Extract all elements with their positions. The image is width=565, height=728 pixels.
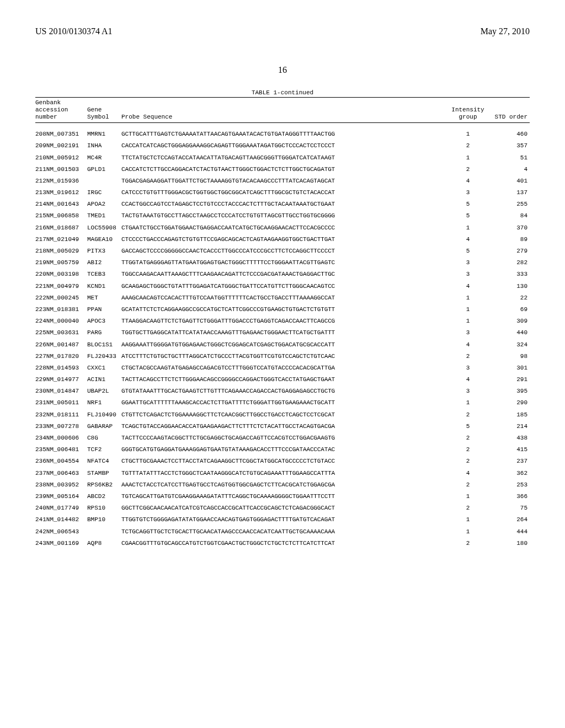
col-header-accession: Genbank — [35, 99, 87, 106]
cell-probe-sequence: GGGTGCATGTGAGGATGAAAGGAGTGAATGTATAAAGACA… — [121, 446, 448, 453]
cell-gene-symbol: PPAN — [87, 306, 121, 313]
cell-accession: 223NM_018381 — [35, 306, 87, 313]
table-row: 215NM_006858TMED1TACTGTAAATGTGCCTTAGCCTA… — [35, 210, 530, 222]
table-row: 243NM_001169AQP8CGAACGGTTTGTGCAGCCATGTCT… — [35, 537, 530, 549]
cell-accession: 216NM_018687 — [35, 224, 87, 231]
col-header-intensity: group — [448, 114, 488, 121]
cell-std-order: 255 — [488, 201, 530, 207]
cell-gene-symbol: BLOC1S1 — [87, 341, 121, 348]
cell-gene-symbol: TCEB3 — [87, 271, 121, 277]
cell-std-order: 75 — [488, 505, 530, 511]
cell-intensity-group: 5 — [448, 248, 488, 254]
cell-accession: 232NM_018111 — [35, 411, 87, 418]
cell-accession: 230NM_014847 — [35, 388, 87, 394]
cell-probe-sequence: TACTGTAAATGTGCCTTAGCCTAAGCCTCCCATCCTGTGT… — [121, 212, 448, 219]
cell-accession: 234NM_000606 — [35, 435, 87, 441]
cell-probe-sequence: AAAGCAACAGTCCACACTTTGTCCAATGGTTTTTTCACTG… — [121, 295, 448, 301]
cell-std-order: 4 — [488, 166, 530, 173]
cell-std-order: 357 — [488, 142, 530, 149]
table-row: 237NM_006463STAMBPTGTTTATATTTACCTCTGGGCT… — [35, 467, 530, 479]
cell-accession: 210NM_005912 — [35, 154, 87, 161]
cell-std-order: 395 — [488, 388, 530, 394]
col-header-gene: Gene — [87, 106, 121, 114]
cell-std-order: 137 — [488, 189, 530, 196]
cell-gene-symbol: MET — [87, 295, 121, 301]
col-header-gene: Symbol — [87, 114, 121, 121]
cell-intensity-group: 1 — [448, 528, 488, 535]
cell-std-order: 282 — [488, 259, 530, 266]
cell-probe-sequence: TTGGTATGAGGGAGTTATGAATGGAGTGACTGGGCTTTTT… — [121, 259, 448, 266]
cell-probe-sequence: GGAATTGCATTTTTTAAAGCACCACTCTTGATTTTCTGGG… — [121, 399, 448, 406]
cell-gene-symbol: BMP10 — [87, 516, 121, 523]
cell-std-order: 324 — [488, 341, 530, 348]
cell-intensity-group: 1 — [448, 224, 488, 231]
cell-gene-symbol — [87, 528, 121, 535]
page-number: 16 — [0, 65, 565, 75]
cell-probe-sequence: TTCTATGCTCTCCAGTACCATAACATTATGACAGTTAAGC… — [121, 154, 448, 161]
cell-intensity-group: 3 — [448, 189, 488, 196]
cell-gene-symbol: INHA — [87, 142, 121, 149]
cell-gene-symbol: MC4R — [87, 154, 121, 161]
cell-std-order: 84 — [488, 212, 530, 219]
cell-intensity-group: 4 — [448, 236, 488, 243]
cell-std-order: 438 — [488, 435, 530, 441]
cell-accession: 221NM_004979 — [35, 283, 87, 290]
cell-probe-sequence: TCTGCAGGTTGCTCTGCACTTGCAACATAAGCCCAACCAC… — [121, 528, 448, 535]
cell-gene-symbol: APOA2 — [87, 201, 121, 207]
table-row: 234NM_000606C8GTACTTCCCCAAGTACGGCTTCTGCG… — [35, 432, 530, 443]
table-row: 238NM_003952RPS6KB2AAACTCTACCTCATCCTTGAG… — [35, 479, 530, 490]
cell-accession: 231NM_005011 — [35, 399, 87, 406]
cell-std-order: 444 — [488, 528, 530, 535]
table-row: 210NM_005912MC4RTTCTATGCTCTCCAGTACCATAAC… — [35, 152, 530, 163]
publication-date: May 27, 2010 — [481, 26, 530, 36]
cell-std-order: 185 — [488, 411, 530, 418]
cell-intensity-group: 2 — [448, 142, 488, 149]
cell-gene-symbol: TMED1 — [87, 212, 121, 219]
cell-gene-symbol: PITX3 — [87, 248, 121, 254]
cell-gene-symbol: GABARAP — [87, 423, 121, 430]
cell-accession: 218NM_005029 — [35, 248, 87, 254]
publication-number: US 2010/0130374 A1 — [35, 26, 113, 36]
cell-gene-symbol: AQP8 — [87, 540, 121, 547]
cell-accession: 226NM_001487 — [35, 341, 87, 348]
cell-accession: 224NM_000040 — [35, 318, 87, 324]
table-row: 216NM_018687LOC55908CTGAATCTGCCTGGATGGAA… — [35, 222, 530, 233]
cell-intensity-group: 2 — [448, 411, 488, 418]
table-row: 231NM_005011NRF1GGAATTGCATTTTTTAAAGCACCA… — [35, 397, 530, 409]
table-body: 208NM_007351MMRN1GCTTGCATTTGAGTCTGAAAATA… — [35, 129, 530, 549]
cell-probe-sequence: TGGACGAGAAGGATTGGATTCTGCTAAAAGGTGTACACAA… — [121, 178, 448, 184]
table-row: 233NM_007278GABARAPTCAGCTGTACCAGGAACACCA… — [35, 420, 530, 432]
table-row: 242NM_006543TCTGCAGGTTGCTCTGCACTTGCAACAT… — [35, 526, 530, 537]
cell-std-order: 301 — [488, 365, 530, 371]
table-row: 241NM_014482BMP10TTGGTGTCTGGGGAGATATATGG… — [35, 514, 530, 526]
cell-gene-symbol: GPLD1 — [87, 166, 121, 173]
cell-accession: 240NM_017749 — [35, 505, 87, 511]
cell-probe-sequence: AAGGAAATTGGGGATGTGGAGAACTGGGCTCGGAGCATCG… — [121, 341, 448, 348]
cell-accession: 241NM_014482 — [35, 516, 87, 523]
cell-gene-symbol: RPS6KB2 — [87, 481, 121, 488]
cell-std-order: 98 — [488, 353, 530, 360]
table-row: 223NM_018381PPANGCATATTCTCTCAGGAAGGCCGCC… — [35, 303, 530, 315]
cell-std-order: 279 — [488, 248, 530, 254]
cell-gene-symbol: MMRN1 — [87, 131, 121, 137]
cell-intensity-group: 1 — [448, 295, 488, 301]
cell-intensity-group: 2 — [448, 481, 488, 488]
table-row: 236NM_004554NFATC4CTGCTTGCGAAACTCCTTACCT… — [35, 456, 530, 467]
cell-intensity-group: 2 — [448, 435, 488, 441]
cell-accession: 233NM_007278 — [35, 423, 87, 430]
cell-intensity-group: 5 — [448, 423, 488, 430]
cell-probe-sequence: TGTTTATATTTACCTCTGGGCTCAATAAGGGCATCTGTGC… — [121, 470, 448, 477]
cell-std-order: 51 — [488, 154, 530, 161]
cell-probe-sequence: GACCAGCTCCCCGGGGGCCAACTCACCCTTGGCCCATCCC… — [121, 248, 448, 254]
cell-std-order: 180 — [488, 540, 530, 547]
cell-std-order: 253 — [488, 481, 530, 488]
cell-gene-symbol: ABCD2 — [87, 493, 121, 500]
cell-accession: 229NM_014977 — [35, 376, 87, 383]
table-row: 225NM_003631PARGTGGTGCTTGAGGCATATTCATATA… — [35, 327, 530, 339]
cell-intensity-group: 3 — [448, 388, 488, 394]
cell-probe-sequence: CTGTTCTCAGACTCTGGAAAAGGCTTCTCAACGGCTTGGC… — [121, 411, 448, 418]
table-row: 232NM_018111FLJ10490CTGTTCTCAGACTCTGGAAA… — [35, 409, 530, 420]
cell-gene-symbol: C8G — [87, 435, 121, 441]
table-row: 239NM_005164ABCD2TGTCAGCATTGATGTCGAAGGAA… — [35, 490, 530, 502]
col-header-std: STD order — [495, 114, 527, 121]
